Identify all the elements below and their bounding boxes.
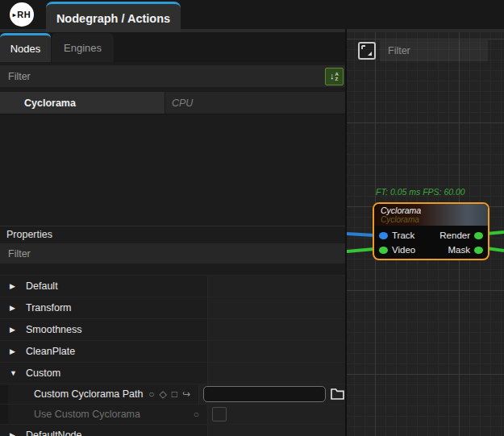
sort-az-icon: AZ — [335, 72, 339, 81]
folder-icon — [331, 388, 344, 400]
sort-arrow-icon: ↓ — [330, 72, 335, 81]
node-performance-stats: FT: 0.05 ms FPS: 60.00 — [376, 187, 465, 197]
left-tab-bar: Nodes Engines — [0, 32, 345, 62]
sort-button[interactable]: ↓ AZ — [325, 68, 344, 85]
group-row-default[interactable]: ▶ Default — [0, 275, 345, 297]
node-header[interactable]: Cyclorama Cyclorama — [374, 204, 488, 226]
port-label-render: Render — [439, 230, 470, 240]
logo-text: RH — [17, 10, 31, 19]
caret-collapsed-icon[interactable]: ▶ — [10, 282, 26, 290]
application-window: ▸ RH Nodegraph / Actions Nodes Engines ↓… — [0, 0, 504, 436]
caret-expanded-icon[interactable]: ▼ — [10, 369, 26, 377]
fit-view-icon — [361, 45, 373, 56]
nodes-filter-input[interactable] — [0, 71, 325, 82]
output-port-render[interactable] — [474, 232, 483, 239]
port-label-video: Video — [392, 245, 415, 255]
port-label-track: Track — [392, 230, 414, 240]
group-label: DefaultNode — [26, 430, 82, 436]
square-icon[interactable]: □ — [172, 388, 177, 400]
properties-header: Properties — [0, 226, 345, 242]
custom-cyclorama-path-input[interactable] — [203, 386, 326, 402]
cyclorama-node[interactable]: Cyclorama Cyclorama Track Render Video M… — [373, 202, 489, 260]
group-label: Transform — [26, 302, 72, 314]
tab-nodes-label: Nodes — [10, 43, 41, 55]
group-row-transform[interactable]: ▶ Transform — [0, 297, 345, 318]
property-pin-icons: ○ ◇ □ ↪ — [148, 388, 198, 400]
tab-engines-label: Engines — [64, 42, 102, 54]
node-engine-cell[interactable]: CPU — [165, 92, 345, 114]
nodegraph-canvas[interactable]: FT: 0.05 ms FPS: 60.00 Cyclorama Cyclora… — [347, 32, 504, 436]
logo-arrow-icon: ▸ — [13, 11, 17, 19]
property-pin-icons: ○ — [194, 409, 207, 420]
node-table-row[interactable]: Cyclorama CPU — [0, 92, 345, 114]
output-port-mask[interactable] — [474, 247, 483, 254]
group-row-custom[interactable]: ▼ Custom — [0, 362, 345, 384]
left-panel: Nodes Engines ↓ AZ Cyclorama CPU Propert… — [0, 32, 345, 436]
wire-track-blue — [347, 234, 374, 235]
top-bar: ▸ RH Nodegraph / Actions — [0, 0, 504, 32]
port-row-track-render: Track Render — [374, 228, 488, 243]
node-subtitle: Cyclorama — [381, 215, 481, 224]
diamond-icon[interactable]: ◇ — [159, 388, 166, 400]
app-logo[interactable]: ▸ RH — [10, 2, 34, 27]
keyframe-circle-icon[interactable]: ○ — [194, 409, 199, 420]
browse-folder-button[interactable] — [331, 388, 345, 401]
port-label-mask: Mask — [448, 245, 470, 255]
fit-view-button[interactable] — [358, 42, 376, 60]
property-label: Custom Cyclorama Path — [34, 388, 143, 400]
properties-title: Properties — [6, 229, 52, 240]
properties-filter-row — [0, 243, 345, 264]
property-label: Use Custom Cyclorama — [34, 409, 140, 420]
group-row-cleanplate[interactable]: ▶ CleanPlate — [0, 340, 345, 362]
use-custom-cyclorama-checkbox[interactable] — [212, 407, 227, 421]
property-row-use-custom-cyclorama: Use Custom Cyclorama ○ — [0, 404, 345, 424]
caret-collapsed-icon[interactable]: ▶ — [10, 326, 26, 334]
caret-collapsed-icon[interactable]: ▶ — [10, 431, 26, 436]
redirect-arrow-icon[interactable]: ↪ — [182, 388, 190, 400]
input-port-track[interactable] — [379, 232, 388, 239]
node-name-cell[interactable]: Cyclorama — [0, 92, 165, 114]
group-label: Default — [26, 280, 58, 292]
port-row-video-mask: Video Mask — [374, 243, 488, 257]
node-title: Cyclorama — [381, 206, 481, 215]
group-row-defaultnode[interactable]: ▶ DefaultNode — [0, 424, 345, 436]
group-label: Smoothness — [26, 324, 81, 335]
properties-filter-input[interactable] — [0, 248, 345, 260]
input-port-video[interactable] — [379, 247, 388, 254]
caret-collapsed-icon[interactable]: ▶ — [10, 304, 26, 312]
graph-filter-input[interactable] — [380, 40, 488, 61]
wire-video-green — [347, 249, 374, 251]
group-label: Custom — [26, 367, 60, 379]
properties-tree: ▶ Default ▶ Transform ▶ Smoothness — [0, 275, 345, 436]
group-label: CleanPlate — [26, 346, 75, 357]
node-ports: Track Render Video Mask — [374, 226, 488, 257]
tab-engines[interactable]: Engines — [52, 33, 114, 62]
main-tab-label: Nodegraph / Actions — [56, 12, 170, 25]
group-row-smoothness[interactable]: ▶ Smoothness — [0, 318, 345, 340]
tab-nodegraph-actions[interactable]: Nodegraph / Actions — [46, 2, 181, 32]
caret-collapsed-icon[interactable]: ▶ — [10, 347, 26, 355]
property-row-custom-cyclorama-path: Custom Cyclorama Path ○ ◇ □ ↪ — [0, 384, 345, 404]
keyframe-circle-icon[interactable]: ○ — [148, 388, 154, 400]
nodes-filter-row: ↓ AZ — [0, 65, 345, 87]
tab-nodes[interactable]: Nodes — [0, 33, 51, 62]
